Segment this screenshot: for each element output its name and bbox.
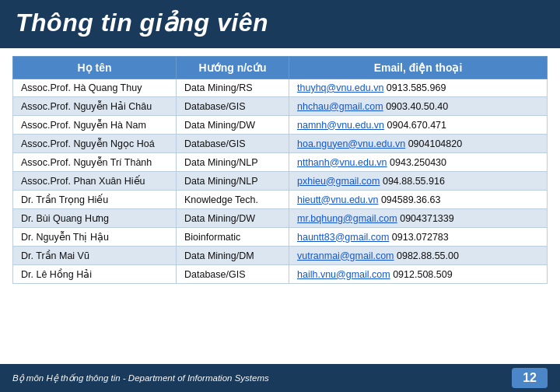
email-link[interactable]: hailh.vnu@gmail.com [297,269,390,280]
phone-number: 0904.670.471 [384,120,446,131]
phone-number: 0912.508.509 [390,269,453,280]
cell-email: thuyhq@vnu.edu.vn 0913.585.969 [289,79,548,97]
footer-text: Bộ môn Hệ thống thông tin - Department o… [12,373,269,383]
page-title: Thông tin giảng viên [16,8,544,37]
email-link[interactable]: thuyhq@vnu.edu.vn [297,82,383,93]
phone-number: 0943.250430 [387,157,446,168]
phone-number: 094.88.55.916 [380,176,444,187]
cell-name: Dr. Bùi Quang Hưng [13,209,177,228]
cell-direction: Database/GIS [177,135,289,153]
table-row: Assoc.Prof. Nguyễn Hà NamData Mining/DWn… [13,116,548,135]
cell-email: hailh.vnu@gmail.com 0912.508.509 [289,265,548,284]
email-link[interactable]: nhchau@gmail.com [297,101,383,112]
cell-name: Assoc.Prof. Nguyễn Ngọc Hoá [13,135,177,153]
email-link[interactable]: ntthanh@vnu.edu.vn [297,157,387,168]
slide-number: 12 [512,368,548,388]
table-row: Dr. Nguyễn Thị HậuBioinformatichauntt83@… [13,228,548,247]
table-row: Assoc.Prof. Nguyễn Trí ThànhData Mining/… [13,153,548,172]
cell-name: Dr. Nguyễn Thị Hậu [13,228,177,247]
cell-direction: Database/GIS [177,265,289,284]
cell-email: mr.bqhung@gmail.com 0904371339 [289,209,548,228]
cell-direction: Bioinformatic [177,228,289,247]
phone-number: 0903.40.50.40 [383,101,448,112]
phone-number: 0982.88.55.00 [394,250,459,261]
cell-email: pxhieu@gmail.com 094.88.55.916 [289,172,548,191]
cell-email: ntthanh@vnu.edu.vn 0943.250430 [289,153,548,172]
faculty-table: Họ tên Hướng n/cứu Email, điện thoại Ass… [12,56,548,284]
cell-email: vutranmai@gmail.com 0982.88.55.00 [289,247,548,265]
cell-email: hieutt@vnu.edu.vn 094589.36.63 [289,191,548,209]
main-content: Họ tên Hướng n/cứu Email, điện thoại Ass… [0,48,560,364]
email-link[interactable]: namnh@vnu.edu.vn [297,120,384,131]
phone-number: 094589.36.63 [378,194,440,205]
cell-direction: Data Mining/DW [177,116,289,135]
cell-direction: Data Mining/NLP [177,153,289,172]
table-header-row: Họ tên Hướng n/cứu Email, điện thoại [13,57,548,79]
cell-name: Assoc.Prof. Nguyễn Hải Châu [13,97,177,116]
table-row: Dr. Lê Hồng HảiDatabase/GIShailh.vnu@gma… [13,265,548,284]
cell-email: hauntt83@gmail.com 0913.072783 [289,228,548,247]
table-row: Assoc.Prof. Nguyễn Ngọc HoáDatabase/GISh… [13,135,548,153]
cell-email: hoa.nguyen@vnu.edu.vn 0904104820 [289,135,548,153]
table-row: Dr. Trần Trọng HiếuKnowledge Tech.hieutt… [13,191,548,209]
cell-direction: Data Mining/RS [177,79,289,97]
table-row: Dr. Bùi Quang HưngData Mining/DWmr.bqhun… [13,209,548,228]
table-row: Assoc.Prof. Nguyễn Hải ChâuDatabase/GISn… [13,97,548,116]
cell-name: Dr. Trần Trọng Hiếu [13,191,177,209]
table-row: Dr. Trần Mai VũData Mining/DMvutranmai@g… [13,247,548,265]
cell-direction: Database/GIS [177,97,289,116]
phone-number: 0913.072783 [389,232,448,243]
table-row: Assoc.Prof. Hà Quang ThuyData Mining/RSt… [13,79,548,97]
page-container: Thông tin giảng viên Họ tên Hướng n/cứu … [0,0,560,392]
email-link[interactable]: vutranmai@gmail.com [297,250,394,261]
email-link[interactable]: hoa.nguyen@vnu.edu.vn [297,138,405,149]
col-header-email: Email, điện thoại [289,57,548,79]
header: Thông tin giảng viên [0,0,560,48]
cell-email: namnh@vnu.edu.vn 0904.670.471 [289,116,548,135]
cell-name: Assoc.Prof. Hà Quang Thuy [13,79,177,97]
cell-name: Assoc.Prof. Phan Xuân Hiếu [13,172,177,191]
cell-direction: Data Mining/DM [177,247,289,265]
cell-name: Dr. Trần Mai Vũ [13,247,177,265]
phone-number: 0913.585.969 [383,82,446,93]
col-header-name: Họ tên [13,57,177,79]
cell-direction: Data Mining/DW [177,209,289,228]
phone-number: 0904371339 [397,213,454,224]
cell-email: nhchau@gmail.com 0903.40.50.40 [289,97,548,116]
col-header-direction: Hướng n/cứu [177,57,289,79]
cell-direction: Knowledge Tech. [177,191,289,209]
cell-name: Assoc.Prof. Nguyễn Hà Nam [13,116,177,135]
cell-name: Assoc.Prof. Nguyễn Trí Thành [13,153,177,172]
email-link[interactable]: mr.bqhung@gmail.com [297,213,397,224]
phone-number: 0904104820 [405,138,462,149]
footer: Bộ môn Hệ thống thông tin - Department o… [0,364,560,392]
cell-direction: Data Mining/NLP [177,172,289,191]
email-link[interactable]: hieutt@vnu.edu.vn [297,194,378,205]
email-link[interactable]: hauntt83@gmail.com [297,232,389,243]
cell-name: Dr. Lê Hồng Hải [13,265,177,284]
table-row: Assoc.Prof. Phan Xuân HiếuData Mining/NL… [13,172,548,191]
email-link[interactable]: pxhieu@gmail.com [297,176,380,187]
